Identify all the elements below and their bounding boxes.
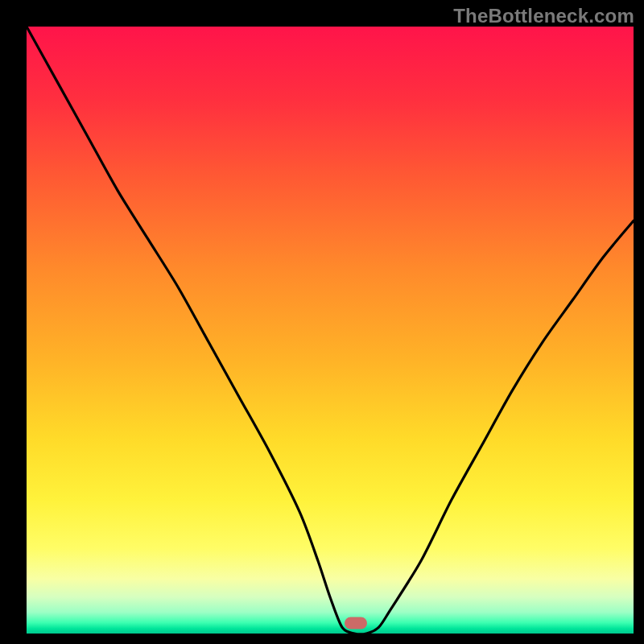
watermark-text: TheBottleneck.com <box>453 5 634 27</box>
chart-frame: TheBottleneck.com <box>0 0 644 644</box>
bottleneck-curve <box>27 27 634 634</box>
plot-area <box>27 27 634 634</box>
optimal-point-marker <box>345 617 367 630</box>
